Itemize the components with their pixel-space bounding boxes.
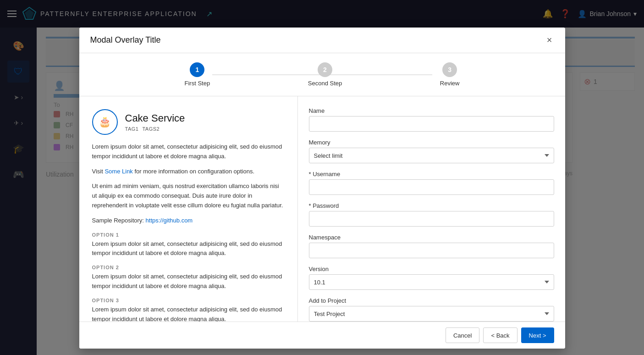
step-3-circle: 3 bbox=[442, 62, 457, 77]
password-label: * Password bbox=[309, 202, 554, 209]
service-tag-1: TAG1 bbox=[125, 126, 139, 132]
namespace-label: Namespace bbox=[309, 234, 554, 241]
modal-header: Modal Overlay Title × bbox=[79, 28, 565, 53]
service-description-3: Ut enim ad minim veniam, quis nostrud ex… bbox=[92, 182, 285, 210]
option-1-text: Lorem ipsum dolor sit amet, consectetur … bbox=[92, 239, 285, 259]
option-3-title: OPTION 3 bbox=[92, 298, 285, 303]
name-input[interactable] bbox=[309, 116, 554, 132]
username-input[interactable] bbox=[309, 179, 554, 195]
name-label: Name bbox=[309, 107, 554, 114]
service-header: 🎂 Cake Service TAG1 TAGS2 bbox=[92, 109, 285, 135]
project-select[interactable]: Test Project Project A Project B bbox=[309, 306, 554, 322]
step-3: 3 Review bbox=[440, 62, 460, 87]
project-label: Add to Project bbox=[309, 297, 554, 304]
sample-repo-link[interactable]: https://github.com bbox=[146, 217, 193, 224]
modal-close-button[interactable]: × bbox=[545, 35, 554, 45]
form-group-project: Add to Project Test Project Project A Pr… bbox=[309, 297, 554, 322]
memory-label: Memory bbox=[309, 139, 554, 146]
modal-backdrop: Modal Overlay Title × 1 First Step 2 Sec… bbox=[0, 0, 644, 355]
cancel-button[interactable]: Cancel bbox=[446, 327, 479, 343]
sample-repo: Sample Repository: https://github.com bbox=[92, 216, 285, 226]
option-2-text: Lorem ipsum dolor sit amet, consectetur … bbox=[92, 272, 285, 291]
version-select[interactable]: 10.1 10.0 9.5 9.0 bbox=[309, 274, 554, 290]
step-3-label: Review bbox=[440, 80, 460, 87]
form-group-password: * Password bbox=[309, 202, 554, 227]
modal-body: 🎂 Cake Service TAG1 TAGS2 Lorem ipsum do… bbox=[79, 96, 565, 322]
step-1: 1 First Step bbox=[185, 62, 210, 87]
form-group-memory: Memory Select limit 512 MB 1 GB 2 GB 4 G… bbox=[309, 139, 554, 163]
modal-dialog: Modal Overlay Title × 1 First Step 2 Sec… bbox=[79, 28, 565, 349]
back-button[interactable]: < Back bbox=[483, 327, 517, 343]
form-group-namespace: Namespace bbox=[309, 234, 554, 258]
service-tag-2: TAGS2 bbox=[142, 126, 160, 132]
form-group-version: Version 10.1 10.0 9.5 9.0 bbox=[309, 266, 554, 290]
modal-footer: Cancel < Back Next > bbox=[79, 322, 565, 349]
step-1-label: First Step bbox=[185, 80, 210, 87]
right-panel: Name Memory Select limit 512 MB 1 GB 2 G… bbox=[298, 96, 565, 322]
next-button[interactable]: Next > bbox=[521, 327, 554, 343]
option-2-title: OPTION 2 bbox=[92, 265, 285, 270]
left-panel: 🎂 Cake Service TAG1 TAGS2 Lorem ipsum do… bbox=[79, 96, 298, 322]
wizard-steps: 1 First Step 2 Second Step 3 Review bbox=[79, 53, 565, 96]
service-description-1: Lorem ipsum dolor sit amet, consectetur … bbox=[92, 142, 285, 161]
service-name: Cake Service bbox=[125, 112, 185, 124]
service-icon: 🎂 bbox=[92, 109, 118, 135]
form-group-username: * Username bbox=[309, 171, 554, 195]
step-1-circle: 1 bbox=[190, 62, 204, 77]
namespace-input[interactable] bbox=[309, 243, 554, 258]
step-2-circle: 2 bbox=[318, 62, 332, 77]
modal-title: Modal Overlay Title bbox=[90, 35, 161, 45]
password-input[interactable] bbox=[309, 211, 554, 227]
step-2: 2 Second Step bbox=[308, 62, 342, 87]
version-label: Version bbox=[309, 266, 554, 272]
step-2-label: Second Step bbox=[308, 80, 342, 87]
option-3-text: Lorem ipsum dolor sit amet, consectetur … bbox=[92, 305, 285, 322]
memory-select[interactable]: Select limit 512 MB 1 GB 2 GB 4 GB bbox=[309, 148, 554, 163]
option-1-title: OPTION 1 bbox=[92, 232, 285, 238]
form-group-name: Name bbox=[309, 107, 554, 132]
some-link[interactable]: Some Link bbox=[105, 168, 132, 175]
username-label: * Username bbox=[309, 171, 554, 178]
service-link-paragraph: Visit Some Link for more information on … bbox=[92, 167, 285, 177]
